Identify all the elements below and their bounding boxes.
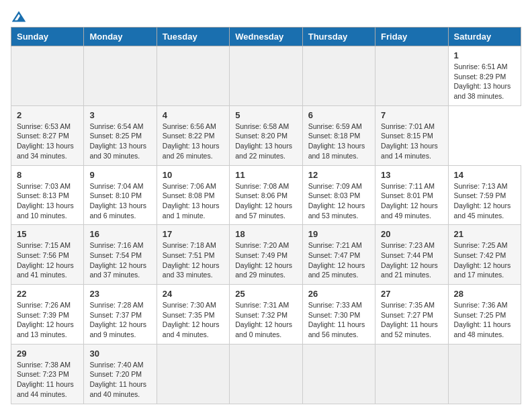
calendar-week-row: 8Sunrise: 7:03 AMSunset: 8:13 PMDaylight… bbox=[11, 165, 521, 225]
calendar-cell bbox=[230, 46, 302, 106]
calendar-cell: 21Sunrise: 7:25 AMSunset: 7:42 PMDayligh… bbox=[448, 225, 521, 285]
calendar-cell bbox=[157, 46, 229, 106]
day-number: 30 bbox=[89, 349, 150, 359]
calendar-cell: 10Sunrise: 7:06 AMSunset: 8:08 PMDayligh… bbox=[157, 165, 229, 225]
calendar-cell bbox=[302, 46, 375, 106]
calendar-cell: 27Sunrise: 7:35 AMSunset: 7:27 PMDayligh… bbox=[375, 285, 448, 345]
day-number: 27 bbox=[381, 289, 442, 299]
calendar-cell: 24Sunrise: 7:30 AMSunset: 7:35 PMDayligh… bbox=[157, 285, 229, 345]
day-number: 1 bbox=[454, 50, 515, 60]
day-info: Sunrise: 7:09 AMSunset: 8:03 PMDaylight:… bbox=[308, 181, 369, 221]
calendar-header-saturday: Saturday bbox=[448, 28, 521, 46]
day-info: Sunrise: 7:21 AMSunset: 7:47 PMDaylight:… bbox=[308, 240, 369, 280]
day-info: Sunrise: 7:40 AMSunset: 7:20 PMDaylight:… bbox=[89, 360, 150, 400]
calendar-cell: 2Sunrise: 6:53 AMSunset: 8:27 PMDaylight… bbox=[11, 105, 84, 165]
calendar-cell: 26Sunrise: 7:33 AMSunset: 7:30 PMDayligh… bbox=[302, 285, 375, 345]
day-number: 22 bbox=[17, 289, 78, 299]
calendar-cell: 22Sunrise: 7:26 AMSunset: 7:39 PMDayligh… bbox=[11, 285, 84, 345]
day-info: Sunrise: 7:18 AMSunset: 7:51 PMDaylight:… bbox=[163, 240, 224, 280]
day-number: 20 bbox=[381, 229, 442, 239]
calendar-cell: 17Sunrise: 7:18 AMSunset: 7:51 PMDayligh… bbox=[157, 225, 229, 285]
calendar-cell: 19Sunrise: 7:21 AMSunset: 7:47 PMDayligh… bbox=[302, 225, 375, 285]
day-info: Sunrise: 7:36 AMSunset: 7:25 PMDaylight:… bbox=[454, 300, 515, 340]
day-info: Sunrise: 7:15 AMSunset: 7:56 PMDaylight:… bbox=[17, 240, 78, 280]
calendar-cell: 4Sunrise: 6:56 AMSunset: 8:22 PMDaylight… bbox=[157, 105, 229, 165]
day-number: 25 bbox=[235, 289, 296, 299]
day-info: Sunrise: 7:26 AMSunset: 7:39 PMDaylight:… bbox=[17, 300, 78, 340]
calendar-cell: 25Sunrise: 7:31 AMSunset: 7:32 PMDayligh… bbox=[230, 285, 302, 345]
day-info: Sunrise: 7:11 AMSunset: 8:01 PMDaylight:… bbox=[381, 181, 442, 221]
day-info: Sunrise: 6:53 AMSunset: 8:27 PMDaylight:… bbox=[17, 122, 78, 161]
calendar-week-row: 29Sunrise: 7:38 AMSunset: 7:23 PMDayligh… bbox=[11, 344, 521, 404]
calendar-cell: 29Sunrise: 7:38 AMSunset: 7:23 PMDayligh… bbox=[11, 344, 84, 404]
calendar-week-row: 1Sunrise: 6:51 AMSunset: 8:29 PMDaylight… bbox=[11, 46, 521, 106]
day-info: Sunrise: 6:51 AMSunset: 8:29 PMDaylight:… bbox=[454, 62, 515, 101]
day-number: 4 bbox=[163, 110, 224, 120]
day-number: 21 bbox=[454, 229, 515, 239]
day-info: Sunrise: 7:13 AMSunset: 7:59 PMDaylight:… bbox=[454, 181, 515, 221]
day-info: Sunrise: 7:35 AMSunset: 7:27 PMDaylight:… bbox=[381, 300, 442, 340]
calendar-cell: 23Sunrise: 7:28 AMSunset: 7:37 PMDayligh… bbox=[84, 285, 157, 345]
calendar-week-row: 15Sunrise: 7:15 AMSunset: 7:56 PMDayligh… bbox=[11, 225, 521, 285]
day-info: Sunrise: 7:28 AMSunset: 7:37 PMDaylight:… bbox=[89, 300, 150, 340]
calendar-table: SundayMondayTuesdayWednesdayThursdayFrid… bbox=[11, 27, 521, 404]
calendar-cell bbox=[230, 344, 302, 404]
calendar-cell: 11Sunrise: 7:08 AMSunset: 8:06 PMDayligh… bbox=[230, 165, 302, 225]
day-info: Sunrise: 7:03 AMSunset: 8:13 PMDaylight:… bbox=[17, 181, 78, 221]
calendar-header-sunday: Sunday bbox=[11, 28, 84, 46]
day-info: Sunrise: 7:08 AMSunset: 8:06 PMDaylight:… bbox=[235, 181, 296, 221]
day-number: 19 bbox=[308, 229, 369, 239]
day-info: Sunrise: 7:23 AMSunset: 7:44 PMDaylight:… bbox=[381, 240, 442, 280]
calendar-week-row: 22Sunrise: 7:26 AMSunset: 7:39 PMDayligh… bbox=[11, 285, 521, 345]
day-number: 28 bbox=[454, 289, 515, 299]
day-number: 10 bbox=[163, 170, 224, 180]
day-number: 14 bbox=[454, 170, 515, 180]
header bbox=[11, 11, 521, 21]
day-info: Sunrise: 6:56 AMSunset: 8:22 PMDaylight:… bbox=[163, 122, 224, 161]
day-number: 6 bbox=[308, 110, 369, 120]
calendar-cell: 18Sunrise: 7:20 AMSunset: 7:49 PMDayligh… bbox=[230, 225, 302, 285]
calendar-cell: 9Sunrise: 7:04 AMSunset: 8:10 PMDaylight… bbox=[84, 165, 157, 225]
day-number: 2 bbox=[17, 110, 78, 120]
calendar-cell bbox=[302, 344, 375, 404]
day-info: Sunrise: 7:06 AMSunset: 8:08 PMDaylight:… bbox=[163, 181, 224, 221]
day-number: 13 bbox=[381, 170, 442, 180]
calendar-cell bbox=[11, 46, 84, 106]
day-info: Sunrise: 7:16 AMSunset: 7:54 PMDaylight:… bbox=[89, 240, 150, 280]
calendar-cell: 15Sunrise: 7:15 AMSunset: 7:56 PMDayligh… bbox=[11, 225, 84, 285]
calendar-cell: 13Sunrise: 7:11 AMSunset: 8:01 PMDayligh… bbox=[375, 165, 448, 225]
calendar-cell: 7Sunrise: 7:01 AMSunset: 8:15 PMDaylight… bbox=[375, 105, 448, 165]
calendar-cell bbox=[448, 344, 521, 404]
calendar-cell: 16Sunrise: 7:16 AMSunset: 7:54 PMDayligh… bbox=[84, 225, 157, 285]
day-info: Sunrise: 7:30 AMSunset: 7:35 PMDaylight:… bbox=[163, 300, 224, 340]
calendar-header-thursday: Thursday bbox=[302, 28, 375, 46]
day-number: 11 bbox=[235, 170, 296, 180]
calendar-header-wednesday: Wednesday bbox=[230, 28, 302, 46]
calendar-cell: 5Sunrise: 6:58 AMSunset: 8:20 PMDaylight… bbox=[230, 105, 302, 165]
day-info: Sunrise: 7:01 AMSunset: 8:15 PMDaylight:… bbox=[381, 122, 442, 161]
calendar-header-tuesday: Tuesday bbox=[157, 28, 229, 46]
calendar-cell: 3Sunrise: 6:54 AMSunset: 8:25 PMDaylight… bbox=[84, 105, 157, 165]
day-number: 24 bbox=[163, 289, 224, 299]
calendar-cell: 12Sunrise: 7:09 AMSunset: 8:03 PMDayligh… bbox=[302, 165, 375, 225]
day-info: Sunrise: 6:54 AMSunset: 8:25 PMDaylight:… bbox=[89, 122, 150, 161]
day-info: Sunrise: 7:04 AMSunset: 8:10 PMDaylight:… bbox=[89, 181, 150, 221]
calendar-header-monday: Monday bbox=[84, 28, 157, 46]
calendar-cell: 20Sunrise: 7:23 AMSunset: 7:44 PMDayligh… bbox=[375, 225, 448, 285]
day-info: Sunrise: 7:20 AMSunset: 7:49 PMDaylight:… bbox=[235, 240, 296, 280]
day-number: 3 bbox=[89, 110, 150, 120]
calendar-week-row: 2Sunrise: 6:53 AMSunset: 8:27 PMDaylight… bbox=[11, 105, 521, 165]
day-info: Sunrise: 7:31 AMSunset: 7:32 PMDaylight:… bbox=[235, 300, 296, 340]
day-number: 23 bbox=[89, 289, 150, 299]
day-number: 16 bbox=[89, 229, 150, 239]
calendar-header-friday: Friday bbox=[375, 28, 448, 46]
day-info: Sunrise: 7:33 AMSunset: 7:30 PMDaylight:… bbox=[308, 300, 369, 340]
day-number: 12 bbox=[308, 170, 369, 180]
day-number: 17 bbox=[163, 229, 224, 239]
day-number: 9 bbox=[89, 170, 150, 180]
day-number: 15 bbox=[17, 229, 78, 239]
logo-icon bbox=[12, 11, 26, 23]
calendar-cell bbox=[157, 344, 229, 404]
calendar-cell: 14Sunrise: 7:13 AMSunset: 7:59 PMDayligh… bbox=[448, 165, 521, 225]
day-number: 7 bbox=[381, 110, 442, 120]
